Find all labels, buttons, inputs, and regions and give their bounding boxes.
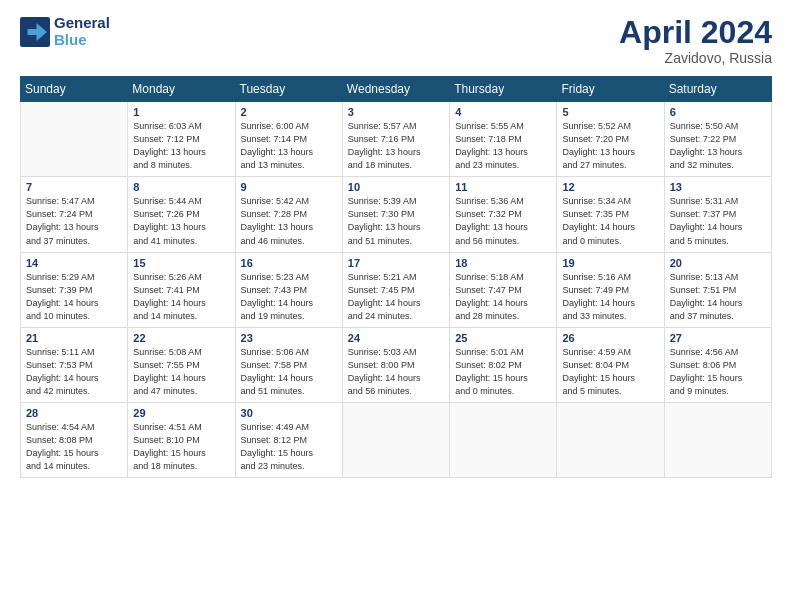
day-info: Sunrise: 5:21 AM Sunset: 7:45 PM Dayligh… xyxy=(348,271,444,323)
day-number: 16 xyxy=(241,257,337,269)
day-info: Sunrise: 4:54 AM Sunset: 8:08 PM Dayligh… xyxy=(26,421,122,473)
calendar-day-cell: 27Sunrise: 4:56 AM Sunset: 8:06 PM Dayli… xyxy=(664,327,771,402)
day-number: 23 xyxy=(241,332,337,344)
day-info: Sunrise: 5:57 AM Sunset: 7:16 PM Dayligh… xyxy=(348,120,444,172)
day-info: Sunrise: 5:16 AM Sunset: 7:49 PM Dayligh… xyxy=(562,271,658,323)
day-info: Sunrise: 5:44 AM Sunset: 7:26 PM Dayligh… xyxy=(133,195,229,247)
day-info: Sunrise: 5:06 AM Sunset: 7:58 PM Dayligh… xyxy=(241,346,337,398)
day-info: Sunrise: 4:49 AM Sunset: 8:12 PM Dayligh… xyxy=(241,421,337,473)
weekday-header: Sunday xyxy=(21,77,128,102)
calendar-day-cell xyxy=(342,402,449,477)
calendar-day-cell: 16Sunrise: 5:23 AM Sunset: 7:43 PM Dayli… xyxy=(235,252,342,327)
calendar-day-cell: 3Sunrise: 5:57 AM Sunset: 7:16 PM Daylig… xyxy=(342,102,449,177)
calendar-day-cell: 10Sunrise: 5:39 AM Sunset: 7:30 PM Dayli… xyxy=(342,177,449,252)
weekday-header: Tuesday xyxy=(235,77,342,102)
day-number: 14 xyxy=(26,257,122,269)
logo-text: General Blue xyxy=(54,15,110,48)
calendar-day-cell: 24Sunrise: 5:03 AM Sunset: 8:00 PM Dayli… xyxy=(342,327,449,402)
day-number: 3 xyxy=(348,106,444,118)
day-number: 26 xyxy=(562,332,658,344)
calendar-day-cell: 23Sunrise: 5:06 AM Sunset: 7:58 PM Dayli… xyxy=(235,327,342,402)
day-number: 18 xyxy=(455,257,551,269)
day-number: 11 xyxy=(455,181,551,193)
day-info: Sunrise: 5:31 AM Sunset: 7:37 PM Dayligh… xyxy=(670,195,766,247)
calendar-week-row: 21Sunrise: 5:11 AM Sunset: 7:53 PM Dayli… xyxy=(21,327,772,402)
day-info: Sunrise: 5:52 AM Sunset: 7:20 PM Dayligh… xyxy=(562,120,658,172)
header: General Blue April 2024 Zavidovo, Russia xyxy=(20,15,772,66)
calendar-day-cell: 28Sunrise: 4:54 AM Sunset: 8:08 PM Dayli… xyxy=(21,402,128,477)
calendar-day-cell: 2Sunrise: 6:00 AM Sunset: 7:14 PM Daylig… xyxy=(235,102,342,177)
calendar-day-cell xyxy=(557,402,664,477)
day-number: 9 xyxy=(241,181,337,193)
calendar-day-cell: 6Sunrise: 5:50 AM Sunset: 7:22 PM Daylig… xyxy=(664,102,771,177)
calendar-day-cell: 13Sunrise: 5:31 AM Sunset: 7:37 PM Dayli… xyxy=(664,177,771,252)
month-title: April 2024 xyxy=(619,15,772,50)
weekday-header: Wednesday xyxy=(342,77,449,102)
weekday-header: Thursday xyxy=(450,77,557,102)
day-info: Sunrise: 5:55 AM Sunset: 7:18 PM Dayligh… xyxy=(455,120,551,172)
day-info: Sunrise: 6:03 AM Sunset: 7:12 PM Dayligh… xyxy=(133,120,229,172)
calendar-header-row: SundayMondayTuesdayWednesdayThursdayFrid… xyxy=(21,77,772,102)
day-info: Sunrise: 5:23 AM Sunset: 7:43 PM Dayligh… xyxy=(241,271,337,323)
day-number: 28 xyxy=(26,407,122,419)
day-info: Sunrise: 4:56 AM Sunset: 8:06 PM Dayligh… xyxy=(670,346,766,398)
day-info: Sunrise: 4:51 AM Sunset: 8:10 PM Dayligh… xyxy=(133,421,229,473)
day-number: 8 xyxy=(133,181,229,193)
day-info: Sunrise: 4:59 AM Sunset: 8:04 PM Dayligh… xyxy=(562,346,658,398)
day-info: Sunrise: 5:03 AM Sunset: 8:00 PM Dayligh… xyxy=(348,346,444,398)
day-number: 24 xyxy=(348,332,444,344)
calendar-day-cell: 20Sunrise: 5:13 AM Sunset: 7:51 PM Dayli… xyxy=(664,252,771,327)
day-number: 19 xyxy=(562,257,658,269)
day-number: 6 xyxy=(670,106,766,118)
day-info: Sunrise: 5:50 AM Sunset: 7:22 PM Dayligh… xyxy=(670,120,766,172)
day-info: Sunrise: 5:13 AM Sunset: 7:51 PM Dayligh… xyxy=(670,271,766,323)
calendar-day-cell: 14Sunrise: 5:29 AM Sunset: 7:39 PM Dayli… xyxy=(21,252,128,327)
calendar-day-cell xyxy=(664,402,771,477)
calendar-day-cell: 7Sunrise: 5:47 AM Sunset: 7:24 PM Daylig… xyxy=(21,177,128,252)
day-info: Sunrise: 5:42 AM Sunset: 7:28 PM Dayligh… xyxy=(241,195,337,247)
title-block: April 2024 Zavidovo, Russia xyxy=(619,15,772,66)
page: General Blue April 2024 Zavidovo, Russia… xyxy=(0,0,792,612)
day-number: 20 xyxy=(670,257,766,269)
location: Zavidovo, Russia xyxy=(619,50,772,66)
day-number: 21 xyxy=(26,332,122,344)
day-number: 7 xyxy=(26,181,122,193)
logo: General Blue xyxy=(20,15,110,48)
weekday-header: Friday xyxy=(557,77,664,102)
calendar-day-cell: 30Sunrise: 4:49 AM Sunset: 8:12 PM Dayli… xyxy=(235,402,342,477)
calendar-day-cell xyxy=(450,402,557,477)
calendar-day-cell: 11Sunrise: 5:36 AM Sunset: 7:32 PM Dayli… xyxy=(450,177,557,252)
calendar-week-row: 14Sunrise: 5:29 AM Sunset: 7:39 PM Dayli… xyxy=(21,252,772,327)
calendar-day-cell: 5Sunrise: 5:52 AM Sunset: 7:20 PM Daylig… xyxy=(557,102,664,177)
calendar-day-cell: 4Sunrise: 5:55 AM Sunset: 7:18 PM Daylig… xyxy=(450,102,557,177)
calendar-day-cell xyxy=(21,102,128,177)
day-number: 10 xyxy=(348,181,444,193)
day-info: Sunrise: 5:47 AM Sunset: 7:24 PM Dayligh… xyxy=(26,195,122,247)
calendar-day-cell: 1Sunrise: 6:03 AM Sunset: 7:12 PM Daylig… xyxy=(128,102,235,177)
day-number: 5 xyxy=(562,106,658,118)
day-info: Sunrise: 5:26 AM Sunset: 7:41 PM Dayligh… xyxy=(133,271,229,323)
weekday-header: Monday xyxy=(128,77,235,102)
calendar-day-cell: 12Sunrise: 5:34 AM Sunset: 7:35 PM Dayli… xyxy=(557,177,664,252)
calendar-day-cell: 26Sunrise: 4:59 AM Sunset: 8:04 PM Dayli… xyxy=(557,327,664,402)
weekday-header: Saturday xyxy=(664,77,771,102)
day-info: Sunrise: 5:08 AM Sunset: 7:55 PM Dayligh… xyxy=(133,346,229,398)
calendar-week-row: 28Sunrise: 4:54 AM Sunset: 8:08 PM Dayli… xyxy=(21,402,772,477)
day-number: 22 xyxy=(133,332,229,344)
day-number: 15 xyxy=(133,257,229,269)
calendar-day-cell: 9Sunrise: 5:42 AM Sunset: 7:28 PM Daylig… xyxy=(235,177,342,252)
day-info: Sunrise: 6:00 AM Sunset: 7:14 PM Dayligh… xyxy=(241,120,337,172)
day-number: 2 xyxy=(241,106,337,118)
calendar-day-cell: 29Sunrise: 4:51 AM Sunset: 8:10 PM Dayli… xyxy=(128,402,235,477)
day-info: Sunrise: 5:36 AM Sunset: 7:32 PM Dayligh… xyxy=(455,195,551,247)
calendar-day-cell: 19Sunrise: 5:16 AM Sunset: 7:49 PM Dayli… xyxy=(557,252,664,327)
day-info: Sunrise: 5:11 AM Sunset: 7:53 PM Dayligh… xyxy=(26,346,122,398)
day-number: 30 xyxy=(241,407,337,419)
calendar-week-row: 7Sunrise: 5:47 AM Sunset: 7:24 PM Daylig… xyxy=(21,177,772,252)
calendar-day-cell: 17Sunrise: 5:21 AM Sunset: 7:45 PM Dayli… xyxy=(342,252,449,327)
calendar-day-cell: 25Sunrise: 5:01 AM Sunset: 8:02 PM Dayli… xyxy=(450,327,557,402)
day-info: Sunrise: 5:39 AM Sunset: 7:30 PM Dayligh… xyxy=(348,195,444,247)
calendar-table: SundayMondayTuesdayWednesdayThursdayFrid… xyxy=(20,76,772,478)
day-number: 25 xyxy=(455,332,551,344)
day-info: Sunrise: 5:29 AM Sunset: 7:39 PM Dayligh… xyxy=(26,271,122,323)
